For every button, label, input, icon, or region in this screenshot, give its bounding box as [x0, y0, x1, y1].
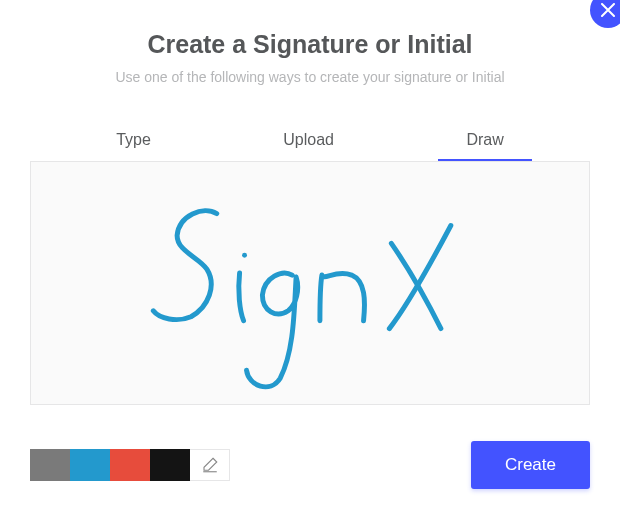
signature-canvas[interactable]: [30, 161, 590, 405]
tab-upload[interactable]: Upload: [255, 123, 362, 161]
color-swatch-black[interactable]: [150, 449, 190, 481]
eraser-button[interactable]: [190, 449, 230, 481]
eraser-icon: [201, 456, 219, 474]
close-button[interactable]: [590, 0, 620, 28]
tab-bar: Type Upload Draw: [30, 123, 590, 161]
close-icon: [601, 3, 615, 17]
tab-type[interactable]: Type: [88, 123, 179, 161]
create-button[interactable]: Create: [471, 441, 590, 489]
modal-title: Create a Signature or Initial: [30, 30, 590, 59]
modal-subtitle: Use one of the following ways to create …: [30, 69, 590, 85]
color-swatch-red[interactable]: [110, 449, 150, 481]
signature-drawing: [31, 162, 589, 404]
tab-draw[interactable]: Draw: [438, 123, 531, 161]
color-swatch-gray[interactable]: [30, 449, 70, 481]
color-palette: [30, 449, 230, 481]
color-swatch-blue[interactable]: [70, 449, 110, 481]
